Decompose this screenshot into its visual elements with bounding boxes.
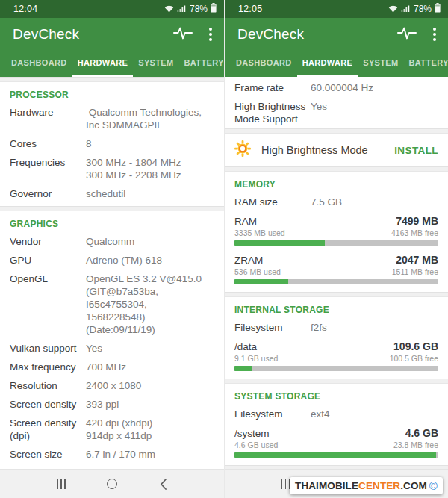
phone-screenshot-right: 12:05 78% DevCheck DASHBOARD HARDWARE SY…: [224, 0, 448, 498]
recents-button[interactable]: [54, 476, 69, 491]
meter-free: 1511 MB free: [392, 267, 438, 277]
system-meter-fill: [234, 452, 436, 458]
meter-used: 536 MB used: [234, 267, 281, 277]
zram-meter-fill: [234, 279, 288, 284]
row-value: Yes: [311, 100, 438, 125]
meter-total: 2047 MB: [396, 254, 438, 267]
row-label: Screen size: [10, 448, 86, 461]
section-title-processor: PROCESSOR: [0, 82, 224, 103]
info-row-filesystem: Filesystem f2fs: [225, 318, 448, 337]
system-meter-track: [234, 452, 438, 458]
meter-total: 4.6 GB: [405, 427, 438, 440]
info-row-max-frequency: Max frequency 700 MHz: [0, 358, 224, 376]
info-row-governor: Governor schedutil: [0, 184, 224, 203]
internal-storage-section: INTERNAL STORAGE Filesystem f2fs /data10…: [225, 297, 448, 379]
watermark-text: .COM: [400, 480, 427, 491]
watermark-text: CENTER: [358, 480, 400, 491]
info-row-vendor: Vendor Qualcomm: [0, 232, 224, 251]
battery-percent: 78%: [190, 4, 208, 14]
data-partition-meter: /data109.6 GB 9.1 GB used100.5 GB free: [225, 337, 448, 376]
cellular-signal-icon: [177, 2, 187, 16]
phone-screenshot-left: 12:04 78% DevCheck DASHBOARD HARDWARE SY…: [0, 0, 224, 498]
home-button[interactable]: [105, 476, 119, 491]
back-button[interactable]: [155, 476, 170, 491]
status-icons: 78%: [164, 2, 217, 16]
app-bar: DevCheck: [0, 18, 224, 51]
row-label: Vendor: [10, 235, 86, 248]
status-bar: 12:04 78%: [0, 0, 224, 18]
meter-name: RAM: [234, 215, 257, 228]
row-label: Screen density: [10, 398, 86, 411]
info-row-screen-density-dpi: Screen density (dpi) 420 dpi (xhdpi) 914…: [0, 414, 224, 445]
section-title-internal-storage: INTERNAL STORAGE: [225, 297, 448, 318]
tab-hardware[interactable]: HARDWARE: [72, 51, 134, 77]
graphics-section: GRAPHICS Vendor Qualcomm GPU Adreno (TM)…: [0, 211, 224, 469]
section-title-system-storage: SYSTEM STORAGE: [225, 384, 448, 405]
processor-section: PROCESSOR Hardware Qualcomm Technologies…: [0, 82, 224, 206]
status-icons: 78%: [388, 2, 441, 16]
row-label: OpenGL: [10, 273, 86, 336]
row-value: 700 MHz: [86, 361, 214, 373]
pulse-monitor-icon[interactable]: [397, 25, 417, 44]
row-label: Resolution: [10, 379, 86, 392]
pulse-monitor-icon[interactable]: [173, 25, 193, 44]
info-row-hardware: Hardware Qualcomm Technologies, Inc SDMM…: [0, 103, 224, 134]
row-label: RAM size: [234, 196, 311, 208]
section-title-graphics: GRAPHICS: [0, 211, 224, 232]
row-value: 393 ppi: [86, 398, 214, 411]
row-value: 7.5 GB: [311, 196, 438, 208]
meter-used: 3335 MB used: [234, 228, 285, 238]
row-value: Qualcomm: [86, 235, 214, 248]
tab-battery[interactable]: BATTERY: [179, 51, 224, 77]
system-partition-meter: /system4.6 GB 4.6 GB used23.8 MB free: [225, 423, 448, 462]
section-divider: [0, 206, 224, 211]
system-storage-section: SYSTEM STORAGE Filesystem ext4 /system4.…: [225, 384, 448, 465]
data-meter-track: [234, 366, 438, 371]
meter-name: /data: [234, 340, 257, 353]
row-label: Frame rate: [234, 81, 311, 94]
meter-name: /system: [234, 427, 270, 440]
ram-meter-track: [234, 240, 438, 246]
battery-percent: 78%: [414, 4, 432, 14]
tab-bar: DASHBOARD HARDWARE SYSTEM BATTERY NETWOR…: [225, 51, 448, 77]
info-row-opengl: OpenGL OpenGL ES 3.2 V@415.0 (GIT@b7a53b…: [0, 270, 224, 339]
row-value: 6.7 in / 170 mm: [86, 448, 214, 461]
row-label: Filesystem: [234, 408, 311, 420]
clock: 12:05: [238, 4, 262, 14]
row-label: Cores: [10, 137, 86, 150]
install-row-label: High Brightness Mode: [261, 144, 368, 156]
tab-system[interactable]: SYSTEM: [133, 51, 178, 77]
row-label: Max frequency: [10, 361, 86, 373]
tab-dashboard[interactable]: DASHBOARD: [231, 51, 297, 77]
tab-hardware[interactable]: HARDWARE: [297, 51, 358, 77]
tab-system[interactable]: SYSTEM: [358, 51, 403, 77]
overflow-menu-icon[interactable]: [208, 26, 214, 43]
clock: 12:04: [13, 4, 37, 14]
section-divider: [225, 166, 448, 172]
info-row-vulkan: Vulkan support Yes: [0, 339, 224, 358]
info-row-frame-rate: Frame rate 60.000004 Hz: [225, 77, 448, 97]
install-button[interactable]: INSTALL: [394, 145, 438, 156]
memory-section: MEMORY RAM size 7.5 GB RAM7499 MB 3335 M…: [225, 172, 448, 292]
overflow-menu-icon[interactable]: [432, 26, 438, 43]
data-meter-fill: [234, 366, 252, 371]
row-label: Governor: [10, 187, 86, 200]
row-label: Frequencies: [10, 156, 86, 181]
info-row-resolution: Resolution 2400 x 1080: [0, 376, 224, 395]
copyright-icon: ©: [429, 479, 438, 492]
tab-dashboard[interactable]: DASHBOARD: [6, 51, 72, 77]
app-bar: DevCheck: [225, 18, 448, 51]
watermark-text: THAIMOBILE: [295, 480, 358, 491]
row-value: 60.000004 Hz: [311, 81, 438, 94]
row-label: High Brightness Mode Support: [234, 100, 311, 125]
info-row-filesystem: Filesystem ext4: [225, 405, 448, 423]
row-label: Vulkan support: [10, 342, 86, 355]
info-row-hbm-support: High Brightness Mode Support Yes: [225, 97, 448, 128]
tab-battery[interactable]: BATTERY: [404, 51, 448, 77]
info-row-ram-size: RAM size 7.5 GB: [225, 193, 448, 211]
row-value: schedutil: [86, 187, 214, 200]
row-value: 420 dpi (xhdpi) 914dp x 411dp: [86, 417, 214, 442]
info-row-frame-rate: Frame rate 60.000004 Hz: [0, 464, 224, 469]
meter-free: 4163 MB free: [391, 228, 438, 238]
row-value: 300 MHz - 1804 MHz 300 MHz - 2208 MHz: [86, 156, 214, 181]
